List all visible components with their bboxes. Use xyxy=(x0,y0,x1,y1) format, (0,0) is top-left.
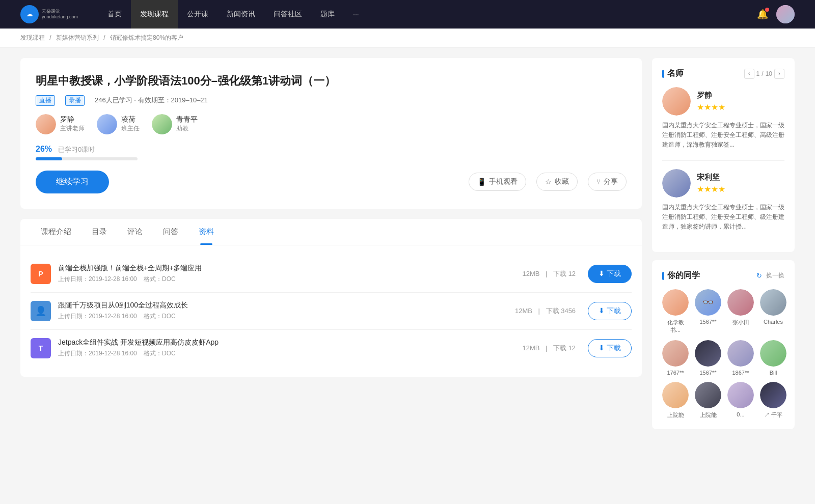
progress-section: 26% 已学习0课时 xyxy=(36,145,627,160)
nav-item-qa[interactable]: 问答社区 xyxy=(264,0,311,29)
classmate-item-0: 化学教书... xyxy=(662,289,689,334)
classmate-item-10: 0... xyxy=(727,382,754,419)
classmate-avatar-img-2 xyxy=(727,289,754,316)
page-next-button[interactable]: › xyxy=(774,69,784,79)
teacher-sidebar-desc-lj: 国内某重点大学安全工程专业硕士，国家一级注册消防工程师、注册安全工程师、高级注册… xyxy=(662,121,784,150)
teacher-sidebar-avatar-lj xyxy=(662,87,691,116)
classmate-avatar-6[interactable] xyxy=(727,340,754,367)
classmates-grid: 化学教书... 👓 1567** 张小田 xyxy=(662,289,784,419)
classmates-sidebar-card: 你的同学 ↻ 换一换 化学教书... 👓 xyxy=(652,260,795,429)
classmate-avatar-img-10 xyxy=(727,382,754,408)
classmate-avatar-img-1: 👓 xyxy=(695,289,721,316)
classmate-avatar-7[interactable] xyxy=(760,340,786,367)
classmate-avatar-4[interactable] xyxy=(662,340,689,367)
classmate-item-4: 1767** xyxy=(662,340,689,376)
refresh-label[interactable]: 换一换 xyxy=(766,271,784,280)
file-stats-2: 12MB | 下载 12 xyxy=(520,344,578,353)
bell-icon[interactable]: 🔔 xyxy=(757,9,768,20)
breadcrumb-current[interactable]: 销冠修炼术搞定80%的客户 xyxy=(110,34,183,41)
classmate-name-11: ↗ 千平 xyxy=(764,411,782,419)
teacher-sidebar-item-0: 罗静 ★★★★ 国内某重点大学安全工程专业硕士，国家一级注册消防工程师、注册安全… xyxy=(662,87,784,150)
course-title: 明星中教授课，小学阶段语法100分–强化级第1讲动词（一） xyxy=(36,73,627,89)
bell-notification-dot xyxy=(765,8,769,12)
classmate-name-8: 上院能 xyxy=(667,411,684,419)
file-item-1: 👤 跟随千万级项目从0到100全过程高效成长 上传日期：2019-12-28 1… xyxy=(31,293,632,330)
teacher-stars-lj: ★★★★ xyxy=(697,102,725,112)
teacher-avatar-img-lj xyxy=(36,114,56,134)
tab-intro[interactable]: 课程介绍 xyxy=(31,219,82,245)
classmate-name-0: 化学教书... xyxy=(662,319,689,334)
share-label: 分享 xyxy=(604,177,618,186)
refresh-icon[interactable]: ↻ xyxy=(756,272,762,279)
file-icon-0: P xyxy=(31,264,51,284)
nav-item-quiz[interactable]: 题库 xyxy=(311,0,344,29)
sidebar: 名师 ‹ 1/10 › 罗静 ★★★★ xyxy=(652,58,795,437)
classmate-avatar-3[interactable] xyxy=(760,289,786,316)
classmate-name-5: 1567** xyxy=(699,370,716,376)
teacher-name-qqp: 青青平 xyxy=(176,115,198,124)
classmate-avatar-10[interactable] xyxy=(727,382,754,408)
file-icon-1: 👤 xyxy=(31,301,51,321)
page-prev-button[interactable]: ‹ xyxy=(744,69,754,79)
classmate-avatar-5[interactable] xyxy=(695,340,721,367)
file-item-0: P 前端全栈加强版！前端全栈+全周期+多端应用 上传日期：2019-12-28 … xyxy=(31,256,632,293)
user-avatar[interactable] xyxy=(776,5,795,23)
mobile-view-link[interactable]: 📱 手机观看 xyxy=(469,173,526,191)
download-button-0[interactable]: ⬇ 下载 xyxy=(588,265,632,283)
teacher-sidebar-meta-lj: 罗静 ★★★★ xyxy=(697,91,725,112)
teachers-page-nav: ‹ 1/10 › xyxy=(744,69,784,79)
classmate-item-8: 上院能 xyxy=(662,382,689,419)
progress-sub: 已学习0课时 xyxy=(58,145,95,154)
classmate-item-9: 上院能 xyxy=(695,382,721,419)
classmate-avatar-0[interactable] xyxy=(662,289,689,316)
classmate-name-6: 1867** xyxy=(732,370,749,376)
course-meta-text: 246人已学习 · 有效期至：2019–10–21 xyxy=(95,96,208,105)
file-name-2: Jetpack全组件实战 开发短视频应用高仿皮皮虾App xyxy=(58,338,520,347)
classmates-refresh[interactable]: ↻ 换一换 xyxy=(756,271,784,280)
nav-item-news[interactable]: 新闻资讯 xyxy=(218,0,264,29)
teacher-avatar-qqp xyxy=(152,114,172,134)
nav-items: 首页 发现课程 公开课 新闻资讯 问答社区 题库 ··· xyxy=(98,0,368,29)
teacher-info-lj: 罗静 主讲老师 xyxy=(60,115,85,133)
nav-right: 🔔 xyxy=(757,5,795,23)
classmate-name-3: Charles xyxy=(764,319,783,325)
teacher-item-1: 凌荷 班主任 xyxy=(97,114,140,134)
logo[interactable]: ☁ 云朵课堂 yundoketang.com xyxy=(20,5,78,23)
classmate-avatar-9[interactable] xyxy=(695,382,721,408)
nav-item-discover[interactable]: 发现课程 xyxy=(131,0,178,29)
classmate-avatar-2[interactable] xyxy=(727,289,754,316)
file-info-0: 前端全栈加强版！前端全栈+全周期+多端应用 上传日期：2019-12-28 16… xyxy=(58,264,520,284)
teacher-item-2: 青青平 助教 xyxy=(152,114,198,134)
teacher-divider xyxy=(662,160,784,161)
download-button-1[interactable]: ⬇ 下载 xyxy=(588,302,632,320)
continue-learning-button[interactable]: 继续学习 xyxy=(36,171,109,193)
classmate-avatar-img-5 xyxy=(695,340,721,367)
classmate-avatar-11[interactable] xyxy=(760,382,786,408)
classmate-avatar-img-4 xyxy=(662,340,689,367)
classmate-avatar-1[interactable]: 👓 xyxy=(695,289,721,316)
file-name-0: 前端全栈加强版！前端全栈+全周期+多端应用 xyxy=(58,264,520,273)
nav-item-open[interactable]: 公开课 xyxy=(178,0,218,29)
download-button-2[interactable]: ⬇ 下载 xyxy=(588,339,632,357)
classmate-avatar-img-9 xyxy=(695,382,721,408)
nav-item-more[interactable]: ··· xyxy=(344,0,368,29)
tabs-card: 课程介绍 目录 评论 问答 资料 P 前端全栈加强版！前端全栈+全周期+多端应用… xyxy=(20,219,642,377)
file-info-1: 跟随千万级项目从0到100全过程高效成长 上传日期：2019-12-28 16:… xyxy=(58,301,513,321)
teacher-sidebar-meta-slj: 宋利坚 ★★★★ xyxy=(697,173,725,194)
file-meta-2: 上传日期：2019-12-28 16:00 格式：DOC xyxy=(58,349,520,358)
classmate-avatar-8[interactable] xyxy=(662,382,689,408)
collect-link[interactable]: ☆ 收藏 xyxy=(536,173,578,191)
classmate-avatar-img-11 xyxy=(760,382,786,408)
nav-item-home[interactable]: 首页 xyxy=(98,0,131,29)
classmate-name-1: 1567** xyxy=(699,319,716,325)
breadcrumb-series[interactable]: 新媒体营销系列 xyxy=(56,34,99,41)
tab-qa[interactable]: 问答 xyxy=(153,219,188,245)
teacher-sidebar-avatar-slj xyxy=(662,169,691,198)
collect-label: 收藏 xyxy=(555,177,569,186)
tab-catalog[interactable]: 目录 xyxy=(82,219,117,245)
tab-comments[interactable]: 评论 xyxy=(117,219,153,245)
file-meta-0: 上传日期：2019-12-28 16:00 格式：DOC xyxy=(58,275,520,284)
share-link[interactable]: ⑂ 分享 xyxy=(588,173,627,191)
tab-materials[interactable]: 资料 xyxy=(188,219,224,245)
breadcrumb-discover[interactable]: 发现课程 xyxy=(20,34,45,41)
